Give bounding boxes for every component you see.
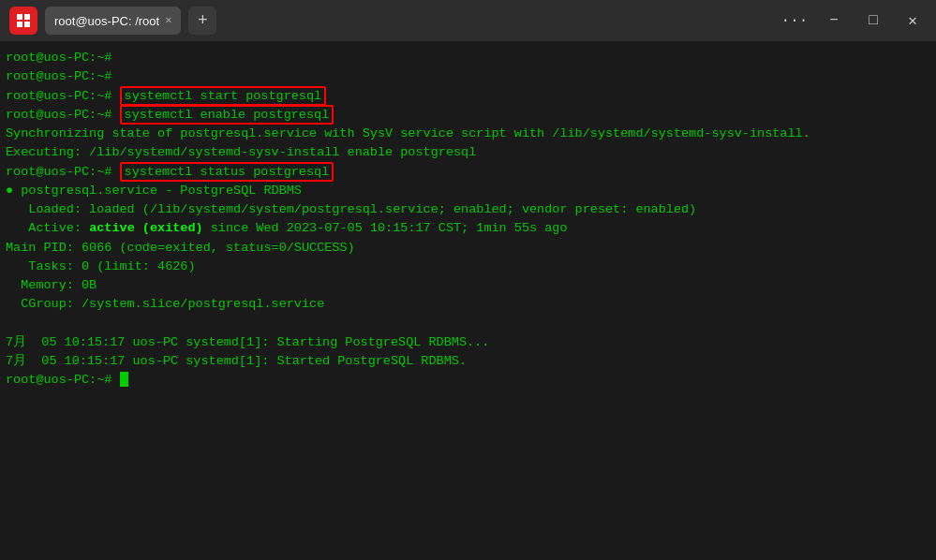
prompt: root@uos-PC:~# <box>6 373 120 387</box>
terminal-line: Synchronizing state of postgresql.servic… <box>6 125 930 143</box>
terminal-line: Executing: /lib/systemd/systemd-sysv-ins… <box>6 143 930 162</box>
terminal-line: Loaded: loaded (/lib/systemd/system/post… <box>6 200 930 219</box>
terminal-line: root@uos-PC:~# systemctl status postgres… <box>6 163 930 182</box>
terminal-line: CGroup: /system.slice/postgresql.service <box>6 295 930 314</box>
terminal-area: root@uos-PC:~# root@uos-PC:~# root@uos-P… <box>0 41 936 560</box>
prompt: root@uos-PC:~# <box>6 69 111 83</box>
terminal-line: Memory: 0B <box>6 276 930 295</box>
terminal-line: root@uos-PC:~# <box>6 371 930 390</box>
active-status: active (exited) <box>89 221 203 235</box>
terminal-line: root@uos-PC:~# systemctl enable postgres… <box>6 106 930 125</box>
close-button[interactable]: ✕ <box>899 7 927 35</box>
terminal-line: root@uos-PC:~# systemctl start postgresq… <box>6 87 930 106</box>
terminal-line: ● postgresql.service - PostgreSQL RDBMS <box>6 182 930 200</box>
terminal-line: root@uos-PC:~# <box>6 67 930 86</box>
command-highlight: systemctl status postgresql <box>120 162 334 182</box>
add-tab-button[interactable]: + <box>188 7 216 35</box>
terminal-line: root@uos-PC:~# <box>6 49 930 67</box>
terminal-tab[interactable]: root@uos-PC: /root ✕ <box>45 7 181 35</box>
titlebar-left: root@uos-PC: /root ✕ + <box>9 7 773 35</box>
prompt: root@uos-PC:~# <box>6 51 111 65</box>
svg-rect-1 <box>24 14 30 20</box>
minimize-button[interactable]: − <box>820 7 848 35</box>
terminal-line: 7月 05 10:15:17 uos-PC systemd[1]: Starte… <box>6 352 930 371</box>
titlebar-right: ··· − □ ✕ <box>780 7 927 35</box>
tab-label: root@uos-PC: /root <box>54 14 159 28</box>
prompt: root@uos-PC:~# <box>6 108 120 122</box>
terminal-line <box>6 315 930 333</box>
svg-rect-2 <box>17 22 22 27</box>
terminal-line: 7月 05 10:15:17 uos-PC systemd[1]: Starti… <box>6 333 930 352</box>
terminal-line: Tasks: 0 (limit: 4626) <box>6 258 930 276</box>
command-highlight: systemctl start postgresql <box>120 86 327 106</box>
terminal-cursor <box>120 372 128 387</box>
terminal-line: Active: active (exited) since Wed 2023-0… <box>6 219 930 238</box>
tab-close-icon[interactable]: ✕ <box>165 15 171 26</box>
svg-rect-0 <box>17 14 22 20</box>
command-highlight: systemctl enable postgresql <box>120 105 334 125</box>
terminal-line: Main PID: 6066 (code=exited, status=0/SU… <box>6 239 930 258</box>
prompt: root@uos-PC:~# <box>6 89 120 103</box>
menu-button[interactable]: ··· <box>780 7 809 35</box>
logo-button[interactable] <box>9 7 37 35</box>
svg-rect-3 <box>24 22 30 27</box>
titlebar: root@uos-PC: /root ✕ + ··· − □ ✕ <box>0 0 936 41</box>
maximize-button[interactable]: □ <box>859 7 887 35</box>
prompt: root@uos-PC:~# <box>6 165 120 179</box>
